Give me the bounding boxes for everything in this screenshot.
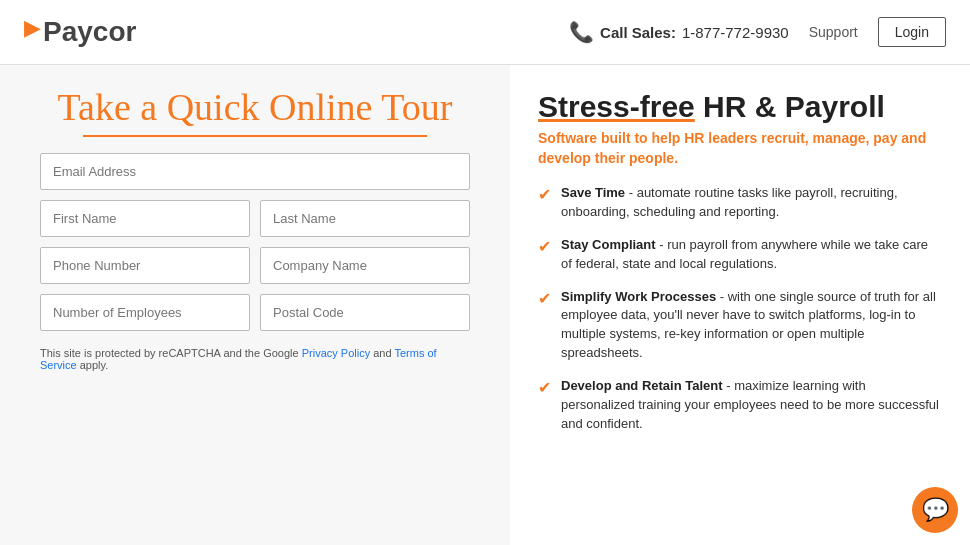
feature-stay-compliant: ✔ Stay Compliant - run payroll from anyw…	[538, 236, 942, 274]
phone-company-row	[40, 247, 470, 284]
company-field[interactable]	[260, 247, 470, 284]
chat-button[interactable]: 💬	[912, 487, 958, 533]
phone-field[interactable]	[40, 247, 250, 284]
privacy-policy-link[interactable]: Privacy Policy	[302, 347, 370, 359]
first-name-field[interactable]	[40, 200, 250, 237]
support-link[interactable]: Support	[809, 24, 858, 40]
hero-subtitle: Software built to help HR leaders recrui…	[538, 129, 942, 168]
features-list: ✔ Save Time - automate routine tasks lik…	[538, 184, 942, 433]
main-content: Take a Quick Online Tour This site is pr…	[0, 65, 970, 545]
right-panel: Stress-free HR & Payroll Software built …	[510, 65, 970, 545]
checkmark-icon: ✔	[538, 237, 551, 256]
postal-field[interactable]	[260, 294, 470, 331]
login-button[interactable]: Login	[878, 17, 946, 47]
logo: ▶ Paycor	[24, 16, 136, 48]
call-label: Call Sales:	[600, 24, 676, 41]
feature-save-time: ✔ Save Time - automate routine tasks lik…	[538, 184, 942, 222]
feature-text-stay-compliant: Stay Compliant - run payroll from anywhe…	[561, 236, 942, 274]
employees-field[interactable]	[40, 294, 250, 331]
feature-bold-save-time: Save Time	[561, 185, 625, 200]
tour-heading: Take a Quick Online Tour	[40, 85, 470, 137]
checkmark-icon: ✔	[538, 378, 551, 397]
hero-title-part2: HR & Payroll	[695, 90, 885, 123]
call-number: 1-877-772-9930	[682, 24, 789, 41]
checkmark-icon: ✔	[538, 289, 551, 308]
checkmark-icon: ✔	[538, 185, 551, 204]
left-panel: Take a Quick Online Tour This site is pr…	[0, 65, 510, 545]
site-header: ▶ Paycor 📞 Call Sales: 1-877-772-9930 Su…	[0, 0, 970, 65]
logo-arrow-icon: ▶	[24, 15, 41, 41]
name-row	[40, 200, 470, 237]
feature-text-develop: Develop and Retain Talent - maximize lea…	[561, 377, 942, 434]
feature-simplify: ✔ Simplify Work Processes - with one sin…	[538, 288, 942, 363]
feature-bold-develop: Develop and Retain Talent	[561, 378, 723, 393]
hero-title: Stress-free HR & Payroll	[538, 89, 942, 125]
feature-bold-stay-compliant: Stay Compliant	[561, 237, 656, 252]
hero-title-part1: Stress-free	[538, 90, 695, 123]
logo-wordmark: Paycor	[43, 16, 136, 48]
email-field[interactable]	[40, 153, 470, 190]
feature-develop: ✔ Develop and Retain Talent - maximize l…	[538, 377, 942, 434]
employees-postal-row	[40, 294, 470, 331]
last-name-field[interactable]	[260, 200, 470, 237]
captcha-notice: This site is protected by reCAPTCHA and …	[40, 347, 470, 371]
phone-icon: 📞	[569, 20, 594, 44]
call-sales: 📞 Call Sales: 1-877-772-9930	[569, 20, 789, 44]
signup-form	[40, 153, 470, 331]
feature-text-save-time: Save Time - automate routine tasks like …	[561, 184, 942, 222]
feature-bold-simplify: Simplify Work Processes	[561, 289, 716, 304]
feature-text-simplify: Simplify Work Processes - with one singl…	[561, 288, 942, 363]
header-right: 📞 Call Sales: 1-877-772-9930 Support Log…	[569, 17, 946, 47]
